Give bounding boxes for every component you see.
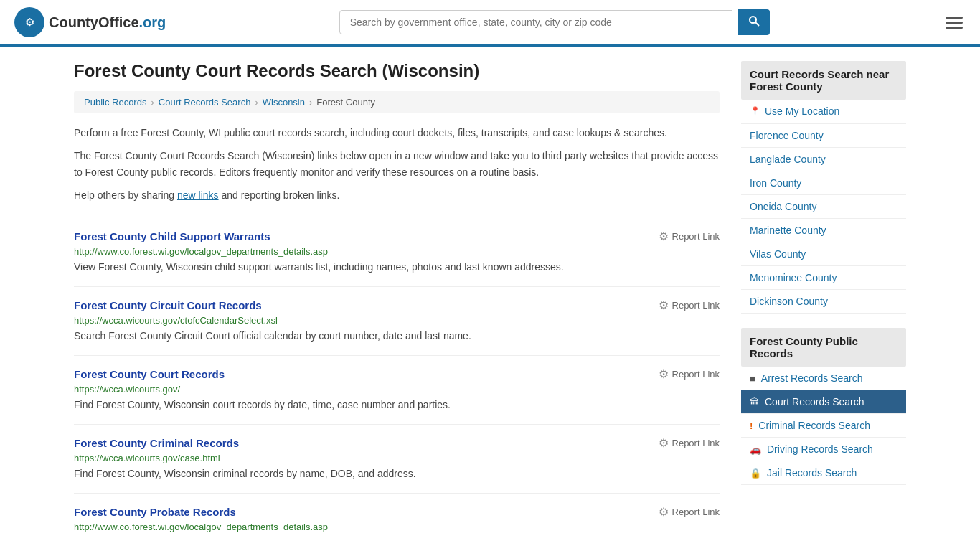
record-url: https://wcca.wicourts.gov/ bbox=[74, 384, 720, 395]
page-title: Forest County Court Records Search (Wisc… bbox=[74, 61, 720, 81]
arrest-icon: ■ bbox=[750, 373, 755, 384]
breadcrumb-public-records[interactable]: Public Records bbox=[84, 97, 146, 108]
breadcrumb-forest-county: Forest County bbox=[316, 97, 375, 108]
report-link[interactable]: ⚙ Report Link bbox=[659, 436, 720, 450]
sidebar-driving-records[interactable]: 🚗 Driving Records Search bbox=[741, 438, 906, 461]
breadcrumb-wisconsin[interactable]: Wisconsin bbox=[263, 97, 305, 108]
logo-area: ⚙ CountyOffice.org bbox=[14, 7, 166, 37]
report-label: Report Link bbox=[672, 438, 720, 448]
record-header: Forest County Child Support Warrants ⚙ R… bbox=[74, 230, 720, 243]
search-button[interactable] bbox=[738, 9, 770, 35]
search-input[interactable] bbox=[339, 10, 732, 34]
record-header: Forest County Court Records ⚙ Report Lin… bbox=[74, 367, 720, 381]
sidebar-jail-records[interactable]: 🔒 Jail Records Search bbox=[741, 461, 906, 485]
logo-icon: ⚙ bbox=[14, 7, 44, 37]
record-url: http://www.co.forest.wi.gov/localgov_dep… bbox=[74, 522, 720, 532]
sidebar-county-item[interactable]: Dickinson County bbox=[741, 290, 906, 314]
report-link[interactable]: ⚙ Report Link bbox=[659, 505, 720, 519]
svg-line-3 bbox=[755, 22, 759, 26]
sidebar-county-link[interactable]: Vilas County bbox=[741, 242, 906, 265]
record-url: https://wcca.wicourts.gov/ctofcCalendarS… bbox=[74, 315, 720, 326]
record-item: Forest County Circuit Court Records ⚙ Re… bbox=[74, 287, 720, 356]
record-title[interactable]: Forest County Criminal Records bbox=[74, 437, 239, 449]
sidebar-nearby-section: Court Records Search near Forest County … bbox=[741, 61, 906, 314]
search-area bbox=[339, 9, 770, 35]
sidebar-county-item[interactable]: Marinette County bbox=[741, 219, 906, 242]
court-records-link[interactable]: Court Records Search bbox=[765, 396, 864, 408]
content-area: Forest County Court Records Search (Wisc… bbox=[74, 61, 720, 547]
use-location-link[interactable]: 📍 Use My Location bbox=[741, 100, 906, 123]
report-link[interactable]: ⚙ Report Link bbox=[659, 230, 720, 243]
report-icon: ⚙ bbox=[659, 367, 669, 381]
breadcrumb: Public Records › Court Records Search › … bbox=[74, 91, 720, 113]
sidebar-county-item[interactable]: Langlade County bbox=[741, 148, 906, 171]
arrest-records-link[interactable]: Arrest Records Search bbox=[761, 372, 863, 384]
sidebar-nearby-list: 📍 Use My Location Florence County Langla… bbox=[741, 100, 906, 314]
sidebar-county-link[interactable]: Menominee County bbox=[741, 266, 906, 289]
logo-brand-text: CountyOffice bbox=[49, 14, 139, 30]
breadcrumb-sep-3: › bbox=[309, 97, 312, 108]
logo-text: CountyOffice.org bbox=[49, 14, 166, 31]
record-item: Forest County Child Support Warrants ⚙ R… bbox=[74, 218, 720, 287]
report-label: Report Link bbox=[672, 507, 720, 517]
sidebar-court-records[interactable]: 🏛 Court Records Search bbox=[741, 390, 906, 414]
sidebar-arrest-records[interactable]: ■ Arrest Records Search bbox=[741, 367, 906, 390]
sidebar-criminal-records[interactable]: ! Criminal Records Search bbox=[741, 414, 906, 438]
sidebar-county-item[interactable]: Oneida County bbox=[741, 195, 906, 219]
court-icon: 🏛 bbox=[750, 397, 759, 408]
records-list: Forest County Child Support Warrants ⚙ R… bbox=[74, 218, 720, 547]
sidebar-county-item[interactable]: Florence County bbox=[741, 124, 906, 148]
description-1: Perform a free Forest County, WI public … bbox=[74, 125, 720, 141]
sidebar-county-item[interactable]: Iron County bbox=[741, 171, 906, 195]
report-link[interactable]: ⚙ Report Link bbox=[659, 298, 720, 312]
sidebar-county-item[interactable]: Vilas County bbox=[741, 242, 906, 266]
record-title[interactable]: Forest County Court Records bbox=[74, 368, 225, 380]
record-item: Forest County Probate Records ⚙ Report L… bbox=[74, 494, 720, 547]
record-item: Forest County Court Records ⚙ Report Lin… bbox=[74, 356, 720, 425]
sidebar: Court Records Search near Forest County … bbox=[741, 61, 906, 547]
record-desc: Find Forest County, Wisconsin criminal r… bbox=[74, 466, 720, 481]
driving-records-link[interactable]: Driving Records Search bbox=[767, 443, 873, 455]
sidebar-county-link[interactable]: Florence County bbox=[741, 124, 906, 147]
new-links-link[interactable]: new links bbox=[177, 189, 219, 201]
menu-button[interactable] bbox=[943, 14, 966, 32]
report-icon: ⚙ bbox=[659, 505, 669, 519]
record-title[interactable]: Forest County Child Support Warrants bbox=[74, 230, 270, 242]
sidebar-county-link[interactable]: Marinette County bbox=[741, 219, 906, 242]
breadcrumb-court-records[interactable]: Court Records Search bbox=[159, 97, 251, 108]
record-title[interactable]: Forest County Probate Records bbox=[74, 506, 236, 518]
sidebar-county-link[interactable]: Iron County bbox=[741, 171, 906, 194]
sidebar-records-list: ■ Arrest Records Search 🏛 Court Records … bbox=[741, 367, 906, 485]
sidebar-county-item[interactable]: Menominee County bbox=[741, 266, 906, 290]
svg-text:⚙: ⚙ bbox=[25, 16, 34, 28]
report-icon: ⚙ bbox=[659, 436, 669, 450]
record-desc: View Forest County, Wisconsin child supp… bbox=[74, 260, 720, 275]
record-desc: Find Forest County, Wisconsin court reco… bbox=[74, 397, 720, 413]
record-title[interactable]: Forest County Circuit Court Records bbox=[74, 299, 262, 311]
main-container: Forest County Court Records Search (Wisc… bbox=[60, 47, 920, 551]
record-item: Forest County Criminal Records ⚙ Report … bbox=[74, 425, 720, 494]
report-icon: ⚙ bbox=[659, 230, 669, 243]
record-header: Forest County Criminal Records ⚙ Report … bbox=[74, 436, 720, 450]
record-header: Forest County Circuit Court Records ⚙ Re… bbox=[74, 298, 720, 312]
report-label: Report Link bbox=[672, 369, 720, 380]
record-url: https://wcca.wicourts.gov/case.html bbox=[74, 453, 720, 463]
sidebar-county-link[interactable]: Oneida County bbox=[741, 195, 906, 218]
share-text: Help others by sharing new links and rep… bbox=[74, 187, 720, 203]
sidebar-county-link[interactable]: Langlade County bbox=[741, 148, 906, 171]
criminal-records-link[interactable]: Criminal Records Search bbox=[758, 420, 870, 431]
jail-records-link[interactable]: Jail Records Search bbox=[767, 467, 857, 479]
driving-icon: 🚗 bbox=[750, 444, 761, 455]
report-link[interactable]: ⚙ Report Link bbox=[659, 367, 720, 381]
use-location-item[interactable]: 📍 Use My Location bbox=[741, 100, 906, 124]
record-desc: Search Forest County Circuit Court offic… bbox=[74, 329, 720, 344]
record-header: Forest County Probate Records ⚙ Report L… bbox=[74, 505, 720, 519]
report-label: Report Link bbox=[672, 231, 720, 242]
jail-icon: 🔒 bbox=[750, 468, 761, 479]
criminal-icon: ! bbox=[750, 420, 753, 431]
sidebar-county-link[interactable]: Dickinson County bbox=[741, 290, 906, 313]
report-label: Report Link bbox=[672, 300, 720, 311]
sidebar-public-records-title: Forest County Public Records bbox=[741, 328, 906, 367]
share-post-text: and reporting broken links. bbox=[219, 189, 340, 201]
location-icon: 📍 bbox=[750, 106, 760, 116]
